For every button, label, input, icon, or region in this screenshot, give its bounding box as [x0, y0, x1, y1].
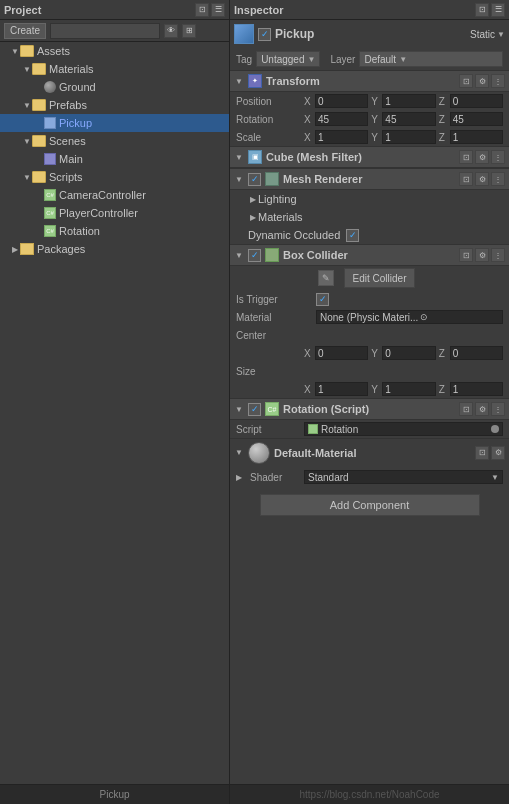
center-z-value[interactable]: 0	[450, 346, 503, 360]
box-collider-settings-icon[interactable]: ⚙	[475, 248, 489, 262]
rotation-script-header[interactable]: C# Rotation (Script) ⊡ ⚙ ⋮	[230, 398, 509, 420]
material-link-icon[interactable]: ⊡	[475, 446, 489, 460]
edit-collider-button[interactable]: Edit Collider	[344, 268, 416, 288]
inspector-lock-icon[interactable]: ⊡	[475, 3, 489, 17]
rotation-script-checkbox[interactable]	[248, 403, 261, 416]
pickup-header: Pickup Static ▼	[230, 20, 509, 48]
center-x-value[interactable]: 0	[315, 346, 368, 360]
tree-item-ground[interactable]: Ground	[0, 78, 229, 96]
mesh-renderer-menu-icons: ⊡ ⚙ ⋮	[459, 172, 505, 186]
layer-label: Layer	[330, 54, 355, 65]
mesh-renderer-link-icon[interactable]: ⊡	[459, 172, 473, 186]
box-collider-menu-icon[interactable]: ⋮	[491, 248, 505, 262]
tree-item-packages[interactable]: Packages	[0, 240, 229, 258]
rotation-row: Rotation X 45 Y 45 Z 45	[230, 110, 509, 128]
layer-value: Default	[364, 54, 396, 65]
mesh-renderer-menu-icon[interactable]: ⋮	[491, 172, 505, 186]
rotation-script-menu-icon[interactable]: ⋮	[491, 402, 505, 416]
transform-header[interactable]: ✦ Transform ⊡ ⚙ ⋮	[230, 70, 509, 92]
scale-row: Scale X 1 Y 1 Z 1	[230, 128, 509, 146]
add-component-button[interactable]: Add Component	[260, 494, 480, 516]
active-checkbox[interactable]	[258, 28, 271, 41]
tree-item-scenes[interactable]: Scenes	[0, 132, 229, 150]
layer-arrow-icon: ▼	[399, 55, 407, 64]
search-input[interactable]	[50, 23, 160, 39]
create-button[interactable]: Create	[4, 23, 46, 39]
transform-link-icon[interactable]: ⊡	[459, 74, 473, 88]
tree-item-player-controller[interactable]: C# PlayerController	[0, 204, 229, 222]
tree-label-assets: Assets	[37, 45, 70, 57]
dynamic-occluded-checkbox[interactable]	[346, 229, 359, 242]
size-x-value[interactable]: 1	[315, 382, 368, 396]
scale-z-value[interactable]: 1	[450, 130, 503, 144]
menu-icon[interactable]: ☰	[211, 3, 225, 17]
tree-item-assets[interactable]: Assets	[0, 42, 229, 60]
layer-dropdown[interactable]: Default ▼	[359, 51, 503, 67]
rotation-script-link-icon[interactable]: ⊡	[459, 402, 473, 416]
rotation-x-value[interactable]: 45	[315, 112, 368, 126]
center-y-value[interactable]: 0	[382, 346, 435, 360]
materials-row[interactable]: Materials	[230, 208, 509, 226]
is-trigger-checkbox[interactable]	[316, 293, 329, 306]
tree-item-pickup[interactable]: Pickup	[0, 114, 229, 132]
tree-item-rotation[interactable]: C# Rotation	[0, 222, 229, 240]
collider-material-value[interactable]: None (Physic Materi... ⊙	[316, 310, 503, 324]
inspector-menu-icon[interactable]: ☰	[491, 3, 505, 17]
size-y-value[interactable]: 1	[382, 382, 435, 396]
material-settings-icon[interactable]: ⚙	[491, 446, 505, 460]
collider-material-text: None (Physic Materi...	[320, 312, 418, 323]
eye-icon[interactable]: 👁	[164, 24, 178, 38]
lighting-row[interactable]: Lighting	[230, 190, 509, 208]
mesh-filter-link-icon[interactable]: ⊡	[459, 150, 473, 164]
lock-icon[interactable]: ⊡	[195, 3, 209, 17]
position-x-value[interactable]: 0	[315, 94, 368, 108]
materials-label: Materials	[258, 211, 303, 223]
static-dropdown[interactable]: Static ▼	[470, 29, 505, 40]
transform-settings-icon[interactable]: ⚙	[475, 74, 489, 88]
size-z-value[interactable]: 1	[450, 382, 503, 396]
tree-item-main[interactable]: Main	[0, 150, 229, 168]
sx-letter: X	[304, 132, 313, 143]
script-field-value[interactable]: Rotation	[304, 422, 503, 436]
mat-expand-arrow-icon	[234, 448, 244, 458]
rotation-z-value[interactable]: 45	[450, 112, 503, 126]
grid-icon[interactable]: ⊞	[182, 24, 196, 38]
shader-value-dropdown[interactable]: Standard ▼	[304, 470, 503, 484]
rotation-script-arrow-icon	[234, 404, 244, 414]
shader-label: Shader	[250, 472, 300, 483]
rotation-y-value[interactable]: 45	[382, 112, 435, 126]
position-y-value[interactable]: 1	[382, 94, 435, 108]
bottom-status-text: Pickup	[99, 789, 129, 800]
box-collider-title: Box Collider	[283, 249, 455, 261]
tree-item-prefabs[interactable]: Prefabs	[0, 96, 229, 114]
mesh-filter-menu-icon[interactable]: ⋮	[491, 150, 505, 164]
transform-icon: ✦	[248, 74, 262, 88]
dynamic-occluded-label: Dynamic Occluded	[248, 229, 340, 241]
box-collider-link-icon[interactable]: ⊡	[459, 248, 473, 262]
mesh-filter-header[interactable]: ▣ Cube (Mesh Filter) ⊡ ⚙ ⋮	[230, 146, 509, 168]
scale-x-field: X 1	[304, 130, 368, 144]
mesh-filter-settings-icon[interactable]: ⚙	[475, 150, 489, 164]
tree-label-materials: Materials	[49, 63, 94, 75]
y-letter: Y	[371, 96, 380, 107]
rotation-script-settings-icon[interactable]: ⚙	[475, 402, 489, 416]
scale-x-value[interactable]: 1	[315, 130, 368, 144]
tree-item-camera-controller[interactable]: C# CameraController	[0, 186, 229, 204]
scale-y-value[interactable]: 1	[382, 130, 435, 144]
shader-value-text: Standard	[308, 472, 349, 483]
position-z-value[interactable]: 0	[450, 94, 503, 108]
mesh-renderer-header[interactable]: Mesh Renderer ⊡ ⚙ ⋮	[230, 168, 509, 190]
mesh-renderer-content: Lighting Materials Dynamic Occluded	[230, 190, 509, 244]
box-collider-checkbox[interactable]	[248, 249, 261, 262]
tree-item-scripts[interactable]: Scripts	[0, 168, 229, 186]
ry-letter: Y	[371, 114, 380, 125]
tree-item-materials[interactable]: Materials	[0, 60, 229, 78]
transform-menu-icon[interactable]: ⋮	[491, 74, 505, 88]
box-collider-header[interactable]: Box Collider ⊡ ⚙ ⋮	[230, 244, 509, 266]
tag-dropdown[interactable]: Untagged ▼	[256, 51, 320, 67]
mesh-renderer-checkbox[interactable]	[248, 173, 261, 186]
material-name: Default-Material	[274, 447, 471, 459]
position-z-field: Z 0	[439, 94, 503, 108]
size-xyz: X 1 Y 1 Z 1	[304, 382, 503, 396]
mesh-renderer-settings-icon[interactable]: ⚙	[475, 172, 489, 186]
